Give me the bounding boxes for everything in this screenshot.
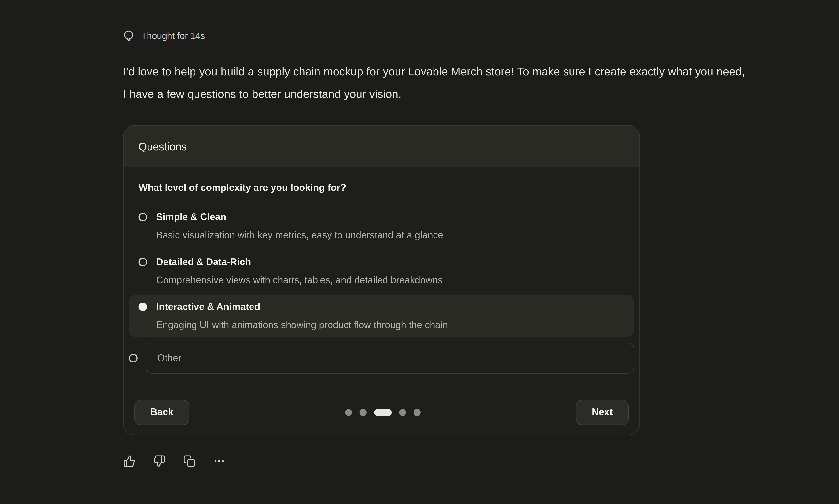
ellipsis-icon	[213, 455, 225, 467]
question-text: What level of complexity are you looking…	[139, 181, 624, 194]
pagination-dots	[345, 409, 420, 416]
options-list: Simple & Clean Basic visualization with …	[129, 205, 634, 375]
option-row-interactive-animated[interactable]: Interactive & Animated Engaging UI with …	[129, 294, 634, 338]
copy-button[interactable]	[183, 455, 195, 467]
option-row-simple-clean[interactable]: Simple & Clean Basic visualization with …	[129, 205, 634, 248]
option-label: Detailed & Data-Rich	[156, 256, 443, 269]
assistant-message-text: I'd love to help you build a supply chai…	[123, 60, 749, 105]
card-body: What level of complexity are you looking…	[124, 167, 640, 390]
radio-icon	[139, 213, 147, 221]
option-label: Simple & Clean	[156, 211, 443, 223]
pagination-dot	[413, 409, 420, 416]
radio-icon	[129, 354, 138, 362]
card-title: Questions	[139, 141, 187, 152]
more-options-button[interactable]	[213, 455, 225, 467]
radio-icon	[139, 258, 147, 266]
message-actions	[123, 455, 839, 467]
card-footer: Back Next	[124, 390, 640, 434]
option-description: Engaging UI with animations showing prod…	[156, 319, 448, 331]
other-input[interactable]	[145, 343, 634, 374]
option-row-detailed-data-rich[interactable]: Detailed & Data-Rich Comprehensive views…	[129, 250, 634, 293]
option-description: Comprehensive views with charts, tables,…	[156, 274, 443, 287]
pagination-dot	[359, 409, 366, 416]
next-button[interactable]: Next	[576, 400, 629, 425]
lightbulb-icon	[123, 29, 134, 44]
back-button[interactable]: Back	[134, 400, 189, 425]
thumbs-down-icon	[153, 455, 165, 467]
radio-icon	[139, 303, 147, 311]
pagination-dot-active	[374, 409, 391, 416]
chat-response-view: Thought for 14s I'd love to help you bui…	[0, 0, 839, 504]
thinking-label: Thought for 14s	[141, 31, 205, 42]
thumbs-down-button[interactable]	[153, 455, 165, 467]
assistant-message: Thought for 14s I'd love to help you bui…	[0, 0, 839, 467]
thumbs-up-button[interactable]	[123, 455, 135, 467]
copy-icon	[183, 455, 195, 467]
card-header: Questions	[124, 126, 640, 167]
option-description: Basic visualization with key metrics, ea…	[156, 229, 443, 242]
pagination-dot	[399, 409, 406, 416]
questions-card: Questions What level of complexity are y…	[123, 125, 640, 435]
thumbs-up-icon	[123, 455, 135, 467]
thinking-summary[interactable]: Thought for 14s	[123, 29, 839, 44]
option-label: Interactive & Animated	[156, 301, 448, 313]
option-row-other[interactable]	[123, 343, 640, 374]
pagination-dot	[345, 409, 352, 416]
